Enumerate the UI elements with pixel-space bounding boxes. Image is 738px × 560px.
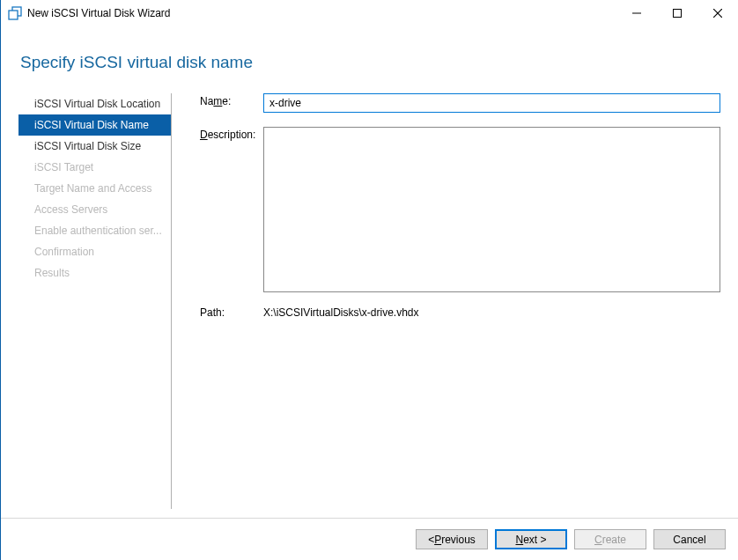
name-label: Name: (200, 93, 263, 107)
description-input[interactable] (263, 127, 720, 292)
name-row: Name: (200, 93, 720, 113)
content-area: Specify iSCSI virtual disk name iSCSI Vi… (1, 26, 738, 518)
minimize-button[interactable] (616, 0, 657, 26)
app-icon (8, 6, 22, 20)
maximize-button[interactable] (657, 0, 697, 26)
svg-rect-3 (674, 10, 682, 18)
form-area: Name: Description: Path: X:\iSCSIVirtual… (172, 93, 720, 509)
path-value: X:\iSCSIVirtualDisks\x-drive.vhdx (263, 306, 419, 319)
footer: < Previous Next > Create Cancel (1, 518, 738, 560)
path-label: Path: (200, 306, 263, 319)
next-button[interactable]: Next > (495, 529, 567, 549)
window-title: New iSCSI Virtual Disk Wizard (27, 7, 170, 19)
step-iscsi-target: iSCSI Target (18, 157, 171, 178)
previous-button[interactable]: < Previous (416, 529, 488, 549)
wizard-window: New iSCSI Virtual Disk Wizard Specify iS… (0, 0, 738, 560)
name-input[interactable] (263, 93, 720, 113)
path-row: Path: X:\iSCSIVirtualDisks\x-drive.vhdx (200, 306, 720, 319)
cancel-button[interactable]: Cancel (653, 529, 726, 549)
window-controls (616, 0, 738, 26)
step-disk-size[interactable]: iSCSI Virtual Disk Size (18, 136, 171, 157)
description-row: Description: (200, 127, 720, 292)
step-disk-location[interactable]: iSCSI Virtual Disk Location (18, 93, 171, 114)
close-button[interactable] (697, 0, 738, 26)
titlebar: New iSCSI Virtual Disk Wizard (1, 0, 738, 26)
step-results: Results (18, 262, 171, 284)
svg-rect-1 (9, 11, 18, 19)
body-area: iSCSI Virtual Disk Location iSCSI Virtua… (18, 93, 720, 509)
step-target-name: Target Name and Access (18, 178, 171, 199)
step-list: iSCSI Virtual Disk Location iSCSI Virtua… (18, 93, 172, 509)
create-button: Create (574, 529, 646, 549)
description-label: Description: (200, 127, 263, 141)
step-disk-name[interactable]: iSCSI Virtual Disk Name (18, 114, 171, 136)
page-heading: Specify iSCSI virtual disk name (20, 53, 720, 72)
step-confirmation: Confirmation (18, 241, 171, 262)
step-enable-auth: Enable authentication ser... (18, 220, 171, 241)
step-access-servers: Access Servers (18, 199, 171, 220)
